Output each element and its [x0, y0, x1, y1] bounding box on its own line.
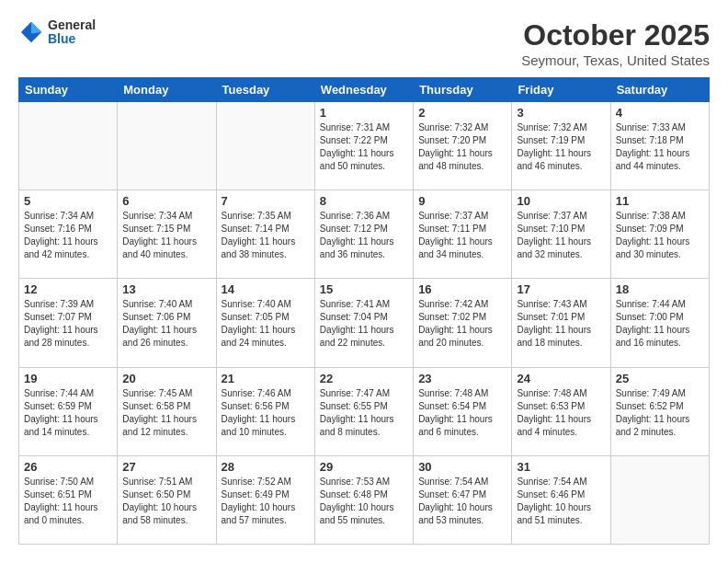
- calendar-cell: 1Sunrise: 7:31 AMSunset: 7:22 PMDaylight…: [314, 102, 413, 190]
- day-number: 20: [122, 372, 210, 385]
- day-number: 31: [517, 460, 605, 474]
- week-row-2: 5Sunrise: 7:34 AMSunset: 7:16 PMDaylight…: [19, 190, 710, 279]
- cell-info: Sunrise: 7:41 AMSunset: 7:04 PMDaylight:…: [320, 299, 394, 348]
- calendar-cell: 5Sunrise: 7:34 AMSunset: 7:16 PMDaylight…: [19, 190, 118, 279]
- calendar-cell: 30Sunrise: 7:54 AMSunset: 6:47 PMDayligh…: [414, 455, 512, 544]
- calendar-cell: 25Sunrise: 7:49 AMSunset: 6:52 PMDayligh…: [610, 367, 709, 455]
- calendar-cell: 18Sunrise: 7:44 AMSunset: 7:00 PMDayligh…: [610, 279, 709, 367]
- cell-info: Sunrise: 7:45 AMSunset: 6:58 PMDaylight:…: [122, 388, 197, 437]
- calendar-cell: 9Sunrise: 7:37 AMSunset: 7:11 PMDaylight…: [414, 190, 512, 279]
- calendar-cell: 17Sunrise: 7:43 AMSunset: 7:01 PMDayligh…: [512, 279, 610, 367]
- cell-info: Sunrise: 7:50 AMSunset: 6:51 PMDaylight:…: [24, 477, 98, 525]
- cell-info: Sunrise: 7:36 AMSunset: 7:12 PMDaylight:…: [320, 211, 394, 259]
- day-number: 30: [418, 460, 506, 474]
- day-number: 2: [418, 106, 506, 120]
- day-number: 8: [320, 194, 408, 208]
- title-block: October 2025 Seymour, Texas, United Stat…: [521, 18, 710, 68]
- cell-info: Sunrise: 7:48 AMSunset: 6:53 PMDaylight:…: [517, 388, 591, 437]
- calendar-cell: 31Sunrise: 7:54 AMSunset: 6:46 PMDayligh…: [512, 455, 610, 544]
- day-number: 25: [616, 372, 704, 385]
- cell-info: Sunrise: 7:31 AMSunset: 7:22 PMDaylight:…: [320, 122, 394, 171]
- day-number: 17: [517, 282, 605, 296]
- calendar-table: SundayMondayTuesdayWednesdayThursdayFrid…: [18, 77, 710, 545]
- calendar-cell: 8Sunrise: 7:36 AMSunset: 7:12 PMDaylight…: [314, 190, 413, 279]
- calendar-cell: 2Sunrise: 7:32 AMSunset: 7:20 PMDaylight…: [414, 102, 512, 190]
- calendar-cell: 6Sunrise: 7:34 AMSunset: 7:15 PMDaylight…: [118, 190, 216, 279]
- calendar-cell: 19Sunrise: 7:44 AMSunset: 6:59 PMDayligh…: [19, 367, 118, 455]
- cell-info: Sunrise: 7:47 AMSunset: 6:55 PMDaylight:…: [320, 388, 394, 437]
- calendar-cell: 14Sunrise: 7:40 AMSunset: 7:05 PMDayligh…: [216, 279, 314, 367]
- header: General Blue October 2025 Seymour, Texas…: [18, 18, 710, 68]
- day-number: 3: [517, 106, 605, 120]
- day-header-tuesday: Tuesday: [216, 78, 314, 102]
- cell-info: Sunrise: 7:38 AMSunset: 7:09 PMDaylight:…: [616, 211, 690, 259]
- day-number: 14: [222, 282, 310, 296]
- week-row-5: 26Sunrise: 7:50 AMSunset: 6:51 PMDayligh…: [19, 455, 710, 544]
- calendar-cell: 28Sunrise: 7:52 AMSunset: 6:49 PMDayligh…: [216, 455, 314, 544]
- cell-info: Sunrise: 7:40 AMSunset: 7:05 PMDaylight:…: [222, 299, 296, 348]
- cell-info: Sunrise: 7:39 AMSunset: 7:07 PMDaylight:…: [24, 299, 98, 348]
- week-row-1: 1Sunrise: 7:31 AMSunset: 7:22 PMDaylight…: [19, 102, 710, 190]
- day-number: 1: [320, 106, 408, 120]
- month-title: October 2025: [521, 18, 710, 52]
- cell-info: Sunrise: 7:37 AMSunset: 7:10 PMDaylight:…: [517, 211, 591, 259]
- calendar-cell: 23Sunrise: 7:48 AMSunset: 6:54 PMDayligh…: [414, 367, 512, 455]
- location-title: Seymour, Texas, United States: [521, 52, 710, 68]
- calendar-cell: 10Sunrise: 7:37 AMSunset: 7:10 PMDayligh…: [512, 190, 610, 279]
- day-header-thursday: Thursday: [414, 78, 512, 102]
- calendar-cell: 27Sunrise: 7:51 AMSunset: 6:50 PMDayligh…: [118, 455, 216, 544]
- cell-info: Sunrise: 7:52 AMSunset: 6:49 PMDaylight:…: [222, 477, 296, 525]
- day-number: 22: [320, 372, 408, 385]
- calendar-cell: 11Sunrise: 7:38 AMSunset: 7:09 PMDayligh…: [610, 190, 709, 279]
- cell-info: Sunrise: 7:49 AMSunset: 6:52 PMDaylight:…: [616, 388, 690, 437]
- calendar-cell: [118, 102, 216, 190]
- day-number: 15: [320, 282, 408, 296]
- cell-info: Sunrise: 7:46 AMSunset: 6:56 PMDaylight:…: [222, 388, 296, 437]
- calendar-header-row: SundayMondayTuesdayWednesdayThursdayFrid…: [19, 78, 710, 102]
- day-number: 16: [418, 282, 506, 296]
- cell-info: Sunrise: 7:32 AMSunset: 7:20 PMDaylight:…: [418, 122, 493, 171]
- day-number: 4: [616, 106, 704, 120]
- logo-icon: [18, 19, 44, 45]
- day-number: 7: [222, 194, 310, 208]
- calendar-cell: 22Sunrise: 7:47 AMSunset: 6:55 PMDayligh…: [314, 367, 413, 455]
- cell-info: Sunrise: 7:43 AMSunset: 7:01 PMDaylight:…: [517, 299, 591, 348]
- cell-info: Sunrise: 7:54 AMSunset: 6:46 PMDaylight:…: [517, 477, 591, 525]
- day-number: 27: [122, 460, 210, 474]
- day-number: 13: [122, 282, 210, 296]
- calendar-cell: 24Sunrise: 7:48 AMSunset: 6:53 PMDayligh…: [512, 367, 610, 455]
- day-number: 21: [222, 372, 310, 385]
- calendar-cell: 12Sunrise: 7:39 AMSunset: 7:07 PMDayligh…: [19, 279, 118, 367]
- day-number: 5: [24, 194, 112, 208]
- cell-info: Sunrise: 7:44 AMSunset: 7:00 PMDaylight:…: [616, 299, 690, 348]
- cell-info: Sunrise: 7:33 AMSunset: 7:18 PMDaylight:…: [616, 122, 690, 171]
- day-number: 6: [122, 194, 210, 208]
- day-number: 18: [616, 282, 704, 296]
- calendar-cell: 26Sunrise: 7:50 AMSunset: 6:51 PMDayligh…: [19, 455, 118, 544]
- calendar-cell: 16Sunrise: 7:42 AMSunset: 7:02 PMDayligh…: [414, 279, 512, 367]
- cell-info: Sunrise: 7:51 AMSunset: 6:50 PMDaylight:…: [122, 477, 197, 525]
- day-header-friday: Friday: [512, 78, 610, 102]
- day-header-wednesday: Wednesday: [314, 78, 413, 102]
- cell-info: Sunrise: 7:53 AMSunset: 6:48 PMDaylight:…: [320, 477, 394, 525]
- day-number: 28: [222, 460, 310, 474]
- calendar-cell: [19, 102, 118, 190]
- calendar-cell: 4Sunrise: 7:33 AMSunset: 7:18 PMDaylight…: [610, 102, 709, 190]
- cell-info: Sunrise: 7:34 AMSunset: 7:15 PMDaylight:…: [122, 211, 197, 259]
- cell-info: Sunrise: 7:54 AMSunset: 6:47 PMDaylight:…: [418, 477, 493, 525]
- week-row-3: 12Sunrise: 7:39 AMSunset: 7:07 PMDayligh…: [19, 279, 710, 367]
- day-number: 23: [418, 372, 506, 385]
- day-header-saturday: Saturday: [610, 78, 709, 102]
- cell-info: Sunrise: 7:35 AMSunset: 7:14 PMDaylight:…: [222, 211, 296, 259]
- day-number: 12: [24, 282, 112, 296]
- calendar-cell: 7Sunrise: 7:35 AMSunset: 7:14 PMDaylight…: [216, 190, 314, 279]
- calendar-cell: 20Sunrise: 7:45 AMSunset: 6:58 PMDayligh…: [118, 367, 216, 455]
- day-number: 10: [517, 194, 605, 208]
- calendar-cell: 15Sunrise: 7:41 AMSunset: 7:04 PMDayligh…: [314, 279, 413, 367]
- logo-general-label: General: [48, 18, 96, 32]
- day-header-sunday: Sunday: [19, 78, 118, 102]
- calendar-cell: 3Sunrise: 7:32 AMSunset: 7:19 PMDaylight…: [512, 102, 610, 190]
- day-number: 29: [320, 460, 408, 474]
- page: General Blue October 2025 Seymour, Texas…: [0, 0, 728, 563]
- logo-text: General Blue: [48, 18, 96, 47]
